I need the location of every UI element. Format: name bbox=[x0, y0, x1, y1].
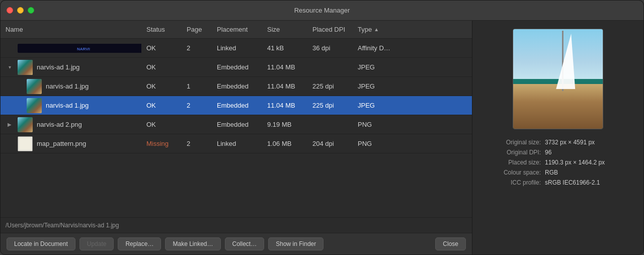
file-thumbnail bbox=[18, 136, 33, 151]
cell-placement: Embedded bbox=[212, 63, 262, 71]
col-header-placement: Placement bbox=[212, 26, 262, 33]
col-header-dpi: Placed DPI bbox=[307, 26, 353, 33]
placed-size-row: Placed size: 1190.3 px × 1464.2 px bbox=[480, 157, 635, 167]
make-linked-button[interactable]: Make Linked… bbox=[165, 237, 220, 250]
collapse-icon[interactable]: ▾ bbox=[6, 63, 14, 71]
cell-name: NARVIS narvis_logo.afdesign bbox=[1, 44, 141, 53]
cell-name: narvis-ad 1.jpg bbox=[1, 79, 141, 94]
col-header-status: Status bbox=[141, 26, 182, 33]
table-row[interactable]: NARVIS narvis_logo.afdesign OK 2 Linked … bbox=[1, 39, 472, 58]
cell-placement: Linked bbox=[212, 140, 262, 147]
table-body: NARVIS narvis_logo.afdesign OK 2 Linked … bbox=[1, 39, 472, 217]
svg-rect-3 bbox=[27, 79, 42, 94]
expand-placeholder bbox=[15, 102, 23, 110]
show-in-finder-button[interactable]: Show in Finder bbox=[268, 237, 324, 250]
svg-rect-5 bbox=[18, 117, 33, 132]
cell-type: JPEG bbox=[353, 63, 472, 71]
col-header-type: Type ▲ bbox=[353, 26, 472, 33]
svg-rect-2 bbox=[18, 60, 33, 75]
cell-name: ▾ bbox=[1, 60, 141, 75]
expand-placeholder bbox=[6, 140, 14, 148]
col-header-size: Size bbox=[262, 26, 307, 33]
cell-placement: Embedded bbox=[212, 82, 262, 90]
col-header-page: Page bbox=[182, 26, 212, 33]
icc-profile-row: ICC profile: sRGB IEC61966-2.1 bbox=[480, 178, 635, 188]
cell-page: 2 bbox=[182, 140, 212, 147]
icc-profile-value: sRGB IEC61966-2.1 bbox=[541, 179, 635, 186]
cell-size: 11.04 MB bbox=[262, 102, 307, 109]
table-row[interactable]: ▾ bbox=[1, 58, 472, 77]
original-size-label: Original size: bbox=[480, 139, 541, 146]
cell-dpi: 225 dpi bbox=[307, 82, 353, 90]
cell-type: Affinity D… bbox=[353, 44, 472, 52]
replace-button[interactable]: Replace… bbox=[118, 237, 161, 250]
cell-page: 1 bbox=[182, 82, 212, 90]
minimize-traffic-light[interactable] bbox=[17, 7, 24, 14]
sail-element bbox=[556, 34, 575, 89]
cell-placement: Embedded bbox=[212, 102, 262, 109]
cell-size: 9.19 MB bbox=[262, 121, 307, 128]
preview-panel: Original size: 3732 px × 4591 px Origina… bbox=[472, 21, 643, 254]
cell-size: 1.06 MB bbox=[262, 140, 307, 147]
svg-text:NARVIS: NARVIS bbox=[77, 47, 90, 51]
close-traffic-light[interactable] bbox=[7, 7, 13, 14]
placed-size-label: Placed size: bbox=[480, 159, 541, 166]
file-thumbnail bbox=[27, 79, 42, 94]
cell-placement: Linked bbox=[212, 44, 262, 52]
colour-space-label: Colour space: bbox=[480, 169, 541, 176]
file-path: /Users/jbrown/Team/Narvis/narvis-ad 1.jp… bbox=[1, 217, 472, 233]
col-header-name: Name bbox=[1, 26, 141, 33]
original-size-row: Original size: 3732 px × 4591 px bbox=[480, 137, 635, 147]
sailing-image bbox=[513, 29, 603, 129]
cell-name: ▶ bbox=[1, 117, 141, 132]
expand-placeholder bbox=[15, 82, 23, 91]
cell-status: OK bbox=[141, 44, 182, 52]
locate-in-document-button[interactable]: Locate in Document bbox=[7, 237, 75, 250]
table-row[interactable]: narvis-ad 1.jpg OK 2 Embedded 11.04 MB 2… bbox=[1, 96, 472, 115]
deck-layer bbox=[513, 84, 603, 129]
cell-type: PNG bbox=[353, 140, 472, 147]
file-thumbnail bbox=[18, 60, 33, 75]
file-thumbnail bbox=[18, 117, 33, 132]
resource-manager-window: Resource Manager Name Status Page Placem… bbox=[0, 0, 644, 255]
cell-type: PNG bbox=[353, 121, 472, 128]
maximize-traffic-light[interactable] bbox=[28, 7, 34, 14]
cell-status: OK bbox=[141, 63, 182, 71]
traffic-lights bbox=[7, 7, 34, 14]
original-dpi-value: 96 bbox=[541, 149, 635, 156]
original-dpi-row: Original DPI: 96 bbox=[480, 147, 635, 157]
cell-dpi: 225 dpi bbox=[307, 102, 353, 109]
update-button[interactable]: Update bbox=[79, 237, 114, 250]
colour-space-value: RGB bbox=[541, 169, 635, 176]
table-row[interactable]: ▶ bbox=[1, 115, 472, 134]
file-thumbnail: NARVIS bbox=[18, 44, 141, 53]
info-panel: Original size: 3732 px × 4591 px Origina… bbox=[480, 137, 635, 188]
cell-size: 11.04 MB bbox=[262, 63, 307, 71]
original-size-value: 3732 px × 4591 px bbox=[541, 139, 635, 146]
sort-arrow-icon: ▲ bbox=[374, 27, 379, 32]
table-row[interactable]: map_pattern.png Missing 2 Linked 1.06 MB… bbox=[1, 134, 472, 153]
svg-rect-4 bbox=[27, 98, 42, 113]
cell-type: JPEG bbox=[353, 82, 472, 90]
svg-rect-6 bbox=[18, 137, 32, 151]
title-bar: Resource Manager bbox=[1, 1, 643, 21]
cell-status: OK bbox=[141, 121, 182, 128]
placed-size-value: 1190.3 px × 1464.2 px bbox=[541, 159, 635, 166]
cell-page: 2 bbox=[182, 102, 212, 109]
main-content: Name Status Page Placement Size Placed D… bbox=[1, 21, 643, 254]
toolbar: Locate in Document Update Replace… Make … bbox=[1, 233, 472, 254]
cell-status: OK bbox=[141, 82, 182, 90]
cell-status: Missing bbox=[141, 140, 182, 147]
expand-icon[interactable]: ▶ bbox=[6, 121, 14, 129]
cell-name: map_pattern.png bbox=[1, 136, 141, 151]
preview-image bbox=[513, 29, 603, 129]
table-row[interactable]: narvis-ad 1.jpg OK 1 Embedded 11.04 MB 2… bbox=[1, 77, 472, 96]
expand-placeholder bbox=[6, 44, 14, 52]
table-header: Name Status Page Placement Size Placed D… bbox=[1, 21, 472, 39]
file-thumbnail bbox=[27, 98, 42, 113]
collect-button[interactable]: Collect… bbox=[225, 237, 265, 250]
close-button[interactable]: Close bbox=[435, 237, 466, 250]
cell-page: 2 bbox=[182, 44, 212, 52]
icc-profile-label: ICC profile: bbox=[480, 179, 541, 186]
cell-placement: Embedded bbox=[212, 121, 262, 128]
